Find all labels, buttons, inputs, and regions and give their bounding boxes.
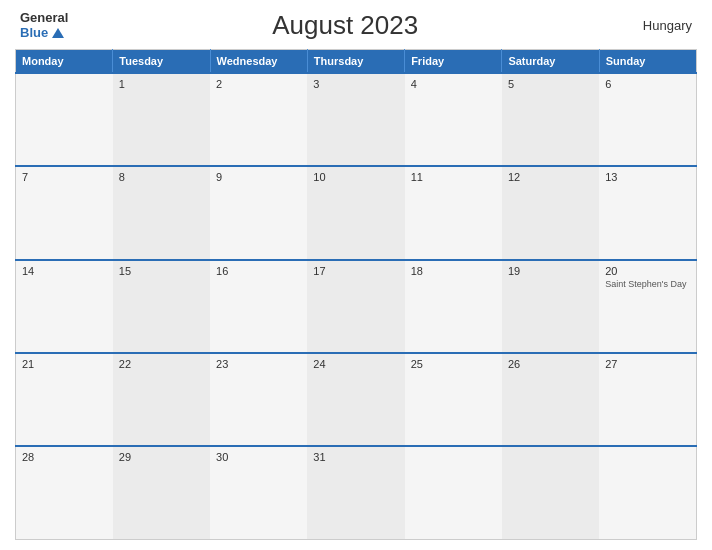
calendar-cell: 6 (599, 73, 696, 166)
calendar-cell: 18 (405, 260, 502, 353)
calendar-cell: 15 (113, 260, 210, 353)
calendar-cell: 23 (210, 353, 307, 446)
header-thursday: Thursday (307, 50, 404, 74)
calendar-cell: 1 (113, 73, 210, 166)
header-wednesday: Wednesday (210, 50, 307, 74)
calendar-table: Monday Tuesday Wednesday Thursday Friday… (15, 49, 697, 540)
calendar-cell: 12 (502, 166, 599, 259)
calendar-cell: 20Saint Stephen's Day (599, 260, 696, 353)
calendar-week-row: 123456 (16, 73, 697, 166)
day-number: 17 (313, 265, 398, 277)
calendar-cell (16, 73, 113, 166)
calendar-cell (502, 446, 599, 539)
calendar-cell: 4 (405, 73, 502, 166)
header-monday: Monday (16, 50, 113, 74)
month-title: August 2023 (68, 10, 622, 41)
day-number: 7 (22, 171, 107, 183)
calendar-cell: 8 (113, 166, 210, 259)
day-number: 9 (216, 171, 301, 183)
day-number: 3 (313, 78, 398, 90)
day-number: 13 (605, 171, 690, 183)
calendar-cell: 17 (307, 260, 404, 353)
calendar-cell: 14 (16, 260, 113, 353)
day-number: 18 (411, 265, 496, 277)
calendar-cell: 21 (16, 353, 113, 446)
calendar-cell: 30 (210, 446, 307, 539)
calendar-week-row: 78910111213 (16, 166, 697, 259)
day-number: 12 (508, 171, 593, 183)
day-number: 4 (411, 78, 496, 90)
header-sunday: Sunday (599, 50, 696, 74)
header-saturday: Saturday (502, 50, 599, 74)
calendar-cell: 24 (307, 353, 404, 446)
calendar-cell (405, 446, 502, 539)
day-number: 31 (313, 451, 398, 463)
day-number: 25 (411, 358, 496, 370)
day-number: 27 (605, 358, 690, 370)
header-friday: Friday (405, 50, 502, 74)
day-number: 24 (313, 358, 398, 370)
day-number: 8 (119, 171, 204, 183)
day-number: 14 (22, 265, 107, 277)
day-number: 15 (119, 265, 204, 277)
calendar-cell: 19 (502, 260, 599, 353)
day-number: 23 (216, 358, 301, 370)
calendar-cell: 28 (16, 446, 113, 539)
calendar-cell: 26 (502, 353, 599, 446)
calendar-page: General Blue August 2023 Hungary Monday … (0, 0, 712, 550)
calendar-cell: 9 (210, 166, 307, 259)
day-number: 21 (22, 358, 107, 370)
day-number: 5 (508, 78, 593, 90)
calendar-cell: 2 (210, 73, 307, 166)
weekday-header-row: Monday Tuesday Wednesday Thursday Friday… (16, 50, 697, 74)
logo-triangle-icon (52, 28, 64, 38)
calendar-cell: 10 (307, 166, 404, 259)
calendar-cell: 31 (307, 446, 404, 539)
logo-general-text: General (20, 11, 68, 25)
day-number: 6 (605, 78, 690, 90)
day-number: 29 (119, 451, 204, 463)
day-number: 26 (508, 358, 593, 370)
calendar-cell: 13 (599, 166, 696, 259)
day-number: 1 (119, 78, 204, 90)
calendar-cell: 3 (307, 73, 404, 166)
header: General Blue August 2023 Hungary (15, 10, 697, 41)
calendar-cell: 27 (599, 353, 696, 446)
calendar-cell: 5 (502, 73, 599, 166)
day-number: 28 (22, 451, 107, 463)
logo-blue-text: Blue (20, 26, 68, 40)
calendar-cell: 11 (405, 166, 502, 259)
calendar-cell: 22 (113, 353, 210, 446)
calendar-cell: 16 (210, 260, 307, 353)
calendar-cell: 25 (405, 353, 502, 446)
calendar-week-row: 14151617181920Saint Stephen's Day (16, 260, 697, 353)
day-number: 20 (605, 265, 690, 277)
calendar-week-row: 28293031 (16, 446, 697, 539)
calendar-week-row: 21222324252627 (16, 353, 697, 446)
calendar-cell (599, 446, 696, 539)
holiday-name: Saint Stephen's Day (605, 279, 686, 289)
day-number: 19 (508, 265, 593, 277)
day-number: 2 (216, 78, 301, 90)
day-number: 30 (216, 451, 301, 463)
calendar-body: 1234567891011121314151617181920Saint Ste… (16, 73, 697, 540)
day-number: 22 (119, 358, 204, 370)
country-label: Hungary (622, 18, 692, 33)
day-number: 16 (216, 265, 301, 277)
header-tuesday: Tuesday (113, 50, 210, 74)
logo: General Blue (20, 11, 68, 40)
day-number: 11 (411, 171, 496, 183)
day-number: 10 (313, 171, 398, 183)
calendar-cell: 7 (16, 166, 113, 259)
calendar-cell: 29 (113, 446, 210, 539)
